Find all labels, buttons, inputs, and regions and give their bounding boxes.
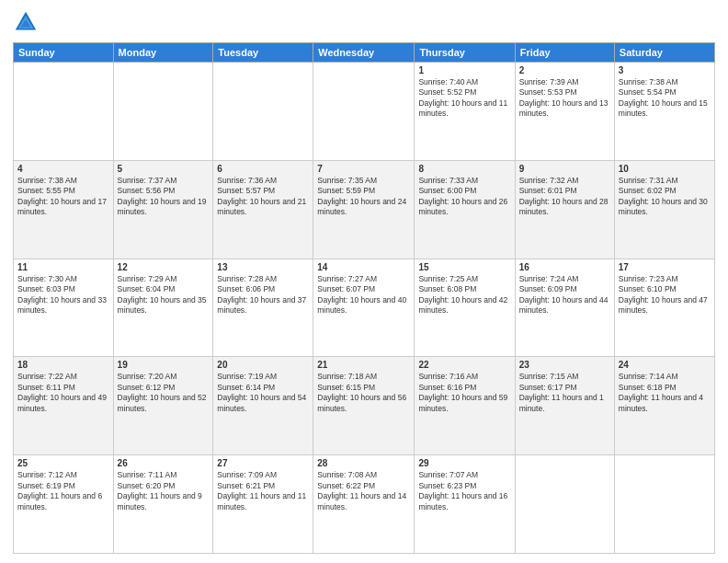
day-cell: 6Sunrise: 7:36 AM Sunset: 5:57 PM Daylig…: [213, 160, 313, 259]
day-number: 25: [17, 458, 109, 468]
day-info: Sunrise: 7:31 AM Sunset: 6:02 PM Dayligh…: [619, 176, 711, 218]
day-info: Sunrise: 7:12 AM Sunset: 6:19 PM Dayligh…: [17, 470, 109, 512]
day-info: Sunrise: 7:19 AM Sunset: 6:14 PM Dayligh…: [217, 372, 309, 414]
day-number: 15: [418, 262, 510, 272]
day-info: Sunrise: 7:30 AM Sunset: 6:03 PM Dayligh…: [17, 274, 109, 316]
day-cell: 19Sunrise: 7:20 AM Sunset: 6:12 PM Dayli…: [113, 357, 213, 455]
week-row-3: 11Sunrise: 7:30 AM Sunset: 6:03 PM Dayli…: [14, 259, 715, 357]
day-cell: 25Sunrise: 7:12 AM Sunset: 6:19 PM Dayli…: [14, 455, 114, 554]
day-info: Sunrise: 7:35 AM Sunset: 5:59 PM Dayligh…: [317, 176, 410, 218]
page: SundayMondayTuesdayWednesdayThursdayFrid…: [0, 0, 728, 563]
week-row-4: 18Sunrise: 7:22 AM Sunset: 6:11 PM Dayli…: [14, 357, 715, 455]
day-number: 11: [17, 262, 109, 272]
day-info: Sunrise: 7:37 AM Sunset: 5:56 PM Dayligh…: [118, 176, 210, 218]
day-number: 10: [619, 164, 711, 174]
day-info: Sunrise: 7:18 AM Sunset: 6:15 PM Dayligh…: [317, 372, 410, 414]
day-number: 5: [118, 164, 210, 174]
day-info: Sunrise: 7:11 AM Sunset: 6:20 PM Dayligh…: [118, 470, 210, 512]
weekday-header-tuesday: Tuesday: [213, 43, 313, 63]
day-number: 1: [418, 65, 510, 75]
day-info: Sunrise: 7:25 AM Sunset: 6:08 PM Dayligh…: [418, 274, 510, 316]
week-row-1: 1Sunrise: 7:40 AM Sunset: 5:52 PM Daylig…: [14, 63, 715, 161]
day-cell: 18Sunrise: 7:22 AM Sunset: 6:11 PM Dayli…: [14, 357, 114, 455]
weekday-header-row: SundayMondayTuesdayWednesdayThursdayFrid…: [14, 43, 715, 63]
day-number: 22: [418, 360, 510, 370]
day-cell: 29Sunrise: 7:07 AM Sunset: 6:23 PM Dayli…: [415, 455, 515, 554]
day-info: Sunrise: 7:20 AM Sunset: 6:12 PM Dayligh…: [118, 372, 210, 414]
day-cell: 14Sunrise: 7:27 AM Sunset: 6:07 PM Dayli…: [313, 259, 415, 357]
logo-icon: [13, 9, 39, 35]
day-number: 14: [317, 262, 410, 272]
day-cell: 12Sunrise: 7:29 AM Sunset: 6:04 PM Dayli…: [113, 259, 213, 357]
day-info: Sunrise: 7:33 AM Sunset: 6:00 PM Dayligh…: [418, 176, 510, 218]
day-cell: [515, 455, 614, 554]
day-cell: 22Sunrise: 7:16 AM Sunset: 6:16 PM Dayli…: [415, 357, 515, 455]
day-info: Sunrise: 7:27 AM Sunset: 6:07 PM Dayligh…: [317, 274, 410, 316]
day-cell: 7Sunrise: 7:35 AM Sunset: 5:59 PM Daylig…: [313, 160, 415, 259]
day-cell: 21Sunrise: 7:18 AM Sunset: 6:15 PM Dayli…: [313, 357, 415, 455]
day-number: 6: [217, 164, 309, 174]
day-cell: [313, 63, 415, 161]
day-cell: 1Sunrise: 7:40 AM Sunset: 5:52 PM Daylig…: [415, 63, 515, 161]
day-number: 13: [217, 262, 309, 272]
calendar: SundayMondayTuesdayWednesdayThursdayFrid…: [13, 42, 715, 554]
day-cell: [14, 63, 114, 161]
day-cell: 2Sunrise: 7:39 AM Sunset: 5:53 PM Daylig…: [515, 63, 614, 161]
day-number: 16: [519, 262, 610, 272]
weekday-header-wednesday: Wednesday: [313, 43, 415, 63]
day-info: Sunrise: 7:32 AM Sunset: 6:01 PM Dayligh…: [519, 176, 610, 218]
logo: [13, 9, 42, 35]
weekday-header-saturday: Saturday: [614, 43, 714, 63]
day-info: Sunrise: 7:08 AM Sunset: 6:22 PM Dayligh…: [317, 470, 410, 512]
day-number: 24: [619, 360, 711, 370]
day-info: Sunrise: 7:38 AM Sunset: 5:55 PM Dayligh…: [17, 176, 109, 218]
weekday-header-friday: Friday: [515, 43, 614, 63]
day-info: Sunrise: 7:36 AM Sunset: 5:57 PM Dayligh…: [217, 176, 309, 218]
day-number: 8: [418, 164, 510, 174]
day-number: 4: [17, 164, 109, 174]
day-info: Sunrise: 7:23 AM Sunset: 6:10 PM Dayligh…: [619, 274, 711, 316]
day-cell: 9Sunrise: 7:32 AM Sunset: 6:01 PM Daylig…: [515, 160, 614, 259]
day-cell: 10Sunrise: 7:31 AM Sunset: 6:02 PM Dayli…: [614, 160, 714, 259]
day-info: Sunrise: 7:16 AM Sunset: 6:16 PM Dayligh…: [418, 372, 510, 414]
day-cell: 27Sunrise: 7:09 AM Sunset: 6:21 PM Dayli…: [213, 455, 313, 554]
day-number: 27: [217, 458, 309, 468]
header: [13, 9, 715, 35]
day-info: Sunrise: 7:09 AM Sunset: 6:21 PM Dayligh…: [217, 470, 309, 512]
day-cell: 28Sunrise: 7:08 AM Sunset: 6:22 PM Dayli…: [313, 455, 415, 554]
day-cell: 8Sunrise: 7:33 AM Sunset: 6:00 PM Daylig…: [415, 160, 515, 259]
day-cell: 20Sunrise: 7:19 AM Sunset: 6:14 PM Dayli…: [213, 357, 313, 455]
day-info: Sunrise: 7:14 AM Sunset: 6:18 PM Dayligh…: [619, 372, 711, 414]
day-cell: 3Sunrise: 7:38 AM Sunset: 5:54 PM Daylig…: [614, 63, 714, 161]
day-cell: 17Sunrise: 7:23 AM Sunset: 6:10 PM Dayli…: [614, 259, 714, 357]
day-number: 9: [519, 164, 610, 174]
day-info: Sunrise: 7:29 AM Sunset: 6:04 PM Dayligh…: [118, 274, 210, 316]
day-number: 20: [217, 360, 309, 370]
day-number: 12: [118, 262, 210, 272]
day-info: Sunrise: 7:40 AM Sunset: 5:52 PM Dayligh…: [418, 77, 510, 120]
day-cell: 24Sunrise: 7:14 AM Sunset: 6:18 PM Dayli…: [614, 357, 714, 455]
weekday-header-thursday: Thursday: [415, 43, 515, 63]
day-info: Sunrise: 7:39 AM Sunset: 5:53 PM Dayligh…: [519, 77, 610, 120]
day-number: 21: [317, 360, 410, 370]
day-number: 26: [118, 458, 210, 468]
day-info: Sunrise: 7:38 AM Sunset: 5:54 PM Dayligh…: [619, 77, 711, 120]
day-number: 3: [619, 65, 711, 75]
day-info: Sunrise: 7:15 AM Sunset: 6:17 PM Dayligh…: [519, 372, 610, 414]
weekday-header-monday: Monday: [113, 43, 213, 63]
week-row-2: 4Sunrise: 7:38 AM Sunset: 5:55 PM Daylig…: [14, 160, 715, 259]
day-number: 7: [317, 164, 410, 174]
day-cell: [113, 63, 213, 161]
day-number: 29: [418, 458, 510, 468]
day-cell: [213, 63, 313, 161]
day-info: Sunrise: 7:22 AM Sunset: 6:11 PM Dayligh…: [17, 372, 109, 414]
day-number: 18: [17, 360, 109, 370]
day-cell: 16Sunrise: 7:24 AM Sunset: 6:09 PM Dayli…: [515, 259, 614, 357]
day-number: 2: [519, 65, 610, 75]
day-number: 28: [317, 458, 410, 468]
week-row-5: 25Sunrise: 7:12 AM Sunset: 6:19 PM Dayli…: [14, 455, 715, 554]
day-info: Sunrise: 7:24 AM Sunset: 6:09 PM Dayligh…: [519, 274, 610, 316]
day-cell: 15Sunrise: 7:25 AM Sunset: 6:08 PM Dayli…: [415, 259, 515, 357]
day-number: 23: [519, 360, 610, 370]
day-cell: 4Sunrise: 7:38 AM Sunset: 5:55 PM Daylig…: [14, 160, 114, 259]
